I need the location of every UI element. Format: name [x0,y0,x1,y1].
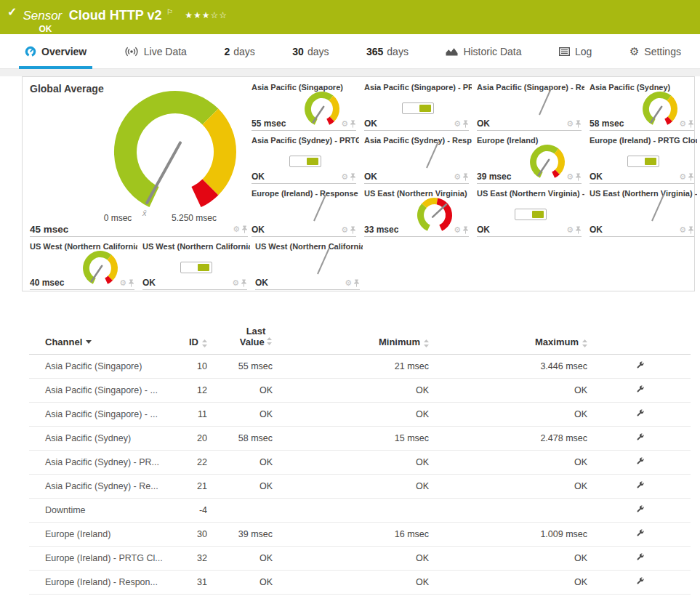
channel-tile-value: OK [477,118,490,129]
gear-icon[interactable]: ⚙ [454,226,461,234]
channel-tile-title: Asia Pacific (Sydney) - PRTG ... [252,136,359,145]
priority-stars[interactable]: ★★★☆☆ [185,10,228,20]
pin-icon[interactable] [241,225,248,233]
pin-icon[interactable] [462,173,469,181]
pin-icon[interactable] [462,226,469,234]
pin-icon[interactable] [575,120,582,128]
channel-tile-value: OK [252,225,265,235]
table-row[interactable]: Asia Pacific (Sydney)2058 msec15 msec2.4… [29,427,691,451]
column-label: ID [189,337,198,347]
pin-icon[interactable] [350,173,356,181]
pin-icon[interactable] [241,279,247,287]
channel-settings-icon[interactable] [635,528,645,538]
channel-settings-icon[interactable] [635,576,645,586]
gear-icon[interactable]: ⚙ [119,279,126,287]
last-value-cell: 58 msec [207,433,273,443]
gear-icon[interactable]: ⚙ [566,173,574,181]
gear-icon[interactable]: ⚙ [341,120,348,128]
tab-days[interactable]: 365days [366,34,409,68]
table-row[interactable]: Downtime-4 [29,499,691,523]
channel-tile[interactable]: Europe (Ireland) - PRTG Cloud...OK⚙ [590,136,697,184]
tab-live-data[interactable]: Live Data [124,34,187,68]
pin-icon[interactable] [688,120,694,128]
column-header-last-value[interactable]: Last Value [207,326,273,347]
pin-icon[interactable] [353,279,360,287]
pin-icon[interactable] [350,226,356,234]
pin-icon[interactable] [575,173,582,181]
tab-label: days [233,46,255,57]
table-row[interactable]: Europe (Ireland)3039 msec16 msec1.009 ms… [29,523,691,547]
table-row[interactable]: Asia Pacific (Sydney) - PR...22OKOKOK [29,451,691,475]
global-average-tile[interactable]: x̄ Global Average 0 msec 5.250 msec 45 m… [30,83,248,237]
channel-tile[interactable]: US East (Northern Virginia)33 msec⚙ [364,189,472,237]
column-label: Channel [45,337,82,347]
channel-tile[interactable]: US West (Northern California)40 msec⚙ [30,242,137,290]
channel-tile[interactable]: US East (Northern Virginia) - ...OK⚙ [477,189,584,237]
channel-name-cell: Europe (Ireland) - Respon... [29,577,174,587]
table-row[interactable]: Asia Pacific (Sydney) - Re...21OKOKOK [29,475,691,499]
tab-historic-data[interactable]: Historic Data [446,34,521,68]
pin-icon[interactable] [350,120,356,128]
channel-tile[interactable]: Asia Pacific (Sydney)58 msec⚙ [590,83,697,131]
pin-icon[interactable] [688,226,694,234]
column-header-id[interactable]: ID [174,337,207,347]
tab-label: days [307,46,329,57]
table-row[interactable]: Asia Pacific (Singapore)1055 msec21 msec… [29,355,691,379]
channel-tile[interactable]: US West (Northern California)...OK⚙ [142,242,250,290]
gear-icon[interactable]: ⚙ [566,226,574,234]
gear-icon[interactable]: ⚙ [679,173,686,181]
channel-tile-title: US West (Northern California)... [255,242,363,251]
column-header-minimum[interactable]: Minimum [273,337,429,347]
channel-settings-icon[interactable] [635,361,645,370]
channel-tile[interactable]: Asia Pacific (Singapore) - PR...OK⚙ [364,83,472,131]
channel-tile[interactable]: US East (Northern Virginia) - ...OK⚙ [590,189,697,237]
gear-icon[interactable]: ⚙ [341,226,348,234]
table-row[interactable]: Asia Pacific (Singapore) - ...12OKOKOK [29,379,691,403]
channel-tile[interactable]: Europe (Ireland)39 msec⚙ [477,136,584,184]
channel-table-header: ChannelIDLast Value MinimumMaximum [29,326,691,355]
gear-icon[interactable]: ⚙ [345,279,352,287]
gear-icon[interactable]: ⚙ [454,120,461,128]
gear-icon[interactable]: ⚙ [233,225,240,233]
channel-tile[interactable]: Europe (Ireland) - Response C...OK⚙ [252,189,359,237]
tab-log[interactable]: Log [559,34,592,68]
table-row[interactable]: Europe (Ireland) - PRTG Cl...32OKOKOK [29,547,691,571]
channel-settings-icon[interactable] [635,504,645,514]
flag-icon[interactable]: ⚐ [166,8,173,16]
channel-needle-indicator [534,86,560,118]
channel-settings-icon[interactable] [635,552,645,562]
tab-label: Log [575,46,592,57]
gear-icon[interactable]: ⚙ [232,279,239,287]
tab-days[interactable]: 30days [292,34,329,68]
table-row[interactable]: Europe (Ireland) - Respon...31OKOKOK [29,571,691,595]
channel-settings-icon[interactable] [635,480,645,490]
channel-tile[interactable]: Asia Pacific (Sydney) - PRTG ...OK⚙ [252,136,359,184]
channel-settings-icon[interactable] [635,456,645,466]
channel-tile[interactable]: Asia Pacific (Singapore)55 msec⚙ [252,83,359,131]
last-value-cell: 55 msec [207,361,273,371]
gear-icon[interactable]: ⚙ [566,120,574,128]
pin-icon[interactable] [128,279,134,287]
check-icon: ✓ [7,5,17,34]
gear-icon[interactable]: ⚙ [454,173,461,181]
pin-icon[interactable] [575,226,582,234]
channel-settings-icon[interactable] [635,432,645,442]
channel-settings-icon[interactable] [635,384,645,394]
tab-settings[interactable]: ⚙Settings [629,34,681,68]
table-row[interactable]: Asia Pacific (Singapore) - ...11OKOKOK [29,403,691,427]
tab-days[interactable]: 2days [224,34,254,68]
tab-overview[interactable]: Overview [25,34,87,68]
pin-icon[interactable] [688,173,694,181]
channel-tile[interactable]: US West (Northern California)...OK⚙ [255,242,363,290]
channel-tile[interactable]: Asia Pacific (Singapore) - Res...OK⚙ [477,83,584,131]
gear-icon[interactable]: ⚙ [679,120,686,128]
gear-icon[interactable]: ⚙ [679,226,686,234]
channel-name-cell: Downtime [29,505,174,515]
channel-tile[interactable]: Asia Pacific (Sydney) - Respo...OK⚙ [364,136,472,184]
column-header-channel[interactable]: Channel [29,337,174,347]
global-average-value: 45 msec [30,224,68,235]
pin-icon[interactable] [462,120,469,128]
channel-settings-icon[interactable] [635,408,645,418]
column-header-maximum[interactable]: Maximum [429,337,587,347]
gear-icon[interactable]: ⚙ [341,173,348,181]
